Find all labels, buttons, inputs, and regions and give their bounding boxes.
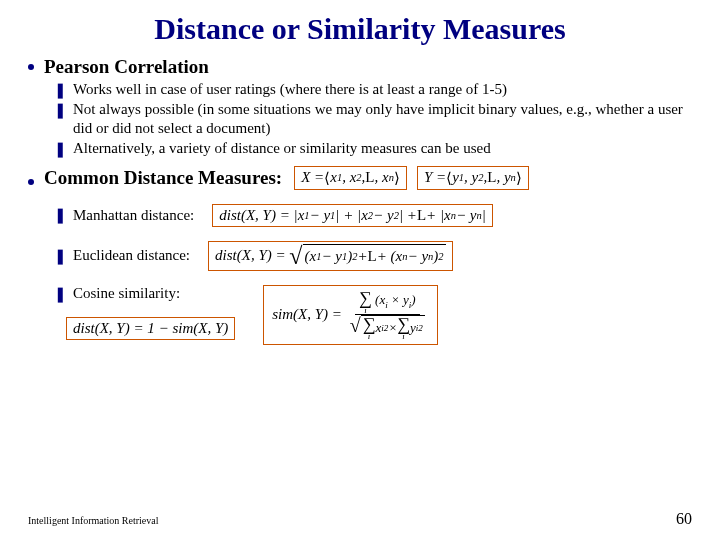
pearson-heading: Pearson Correlation [44,56,209,78]
vector-x-formula: X = ⟨x1, x2,L , xn⟩ [294,166,407,190]
common-measures-heading: Common Distance Measures: [44,167,282,189]
cosine-dist-formula: dist(X, Y) = 1 − sim(X, Y) [66,317,235,340]
footer-source: Intelligent Information Retrieval [28,515,159,526]
page-number: 60 [676,510,692,528]
point-text: Works well in case of user ratings (wher… [73,80,507,99]
arrow-icon: ❚ [54,206,67,224]
arrow-icon: ❚ [54,101,67,119]
list-item: ❚ Works well in case of user ratings (wh… [54,80,692,99]
euclidean-row: ❚ Euclidean distance: dist(X, Y) = √ (x1… [54,241,692,271]
point-text: Alternatively, a variety of distance or … [73,139,491,158]
list-item: ❚ Alternatively, a variety of distance o… [54,139,692,158]
slide-title: Distance or Similarity Measures [28,12,692,46]
cosine-row: ❚ Cosine similarity: dist(X, Y) = 1 − si… [54,285,692,346]
arrow-icon: ❚ [54,140,67,158]
arrow-icon: ❚ [54,81,67,99]
euclidean-label: Euclidean distance: [73,247,190,264]
arrow-icon: ❚ [54,247,67,265]
bullet-icon [28,179,34,185]
vector-y-formula: Y = ⟨y1, y2,L , yn⟩ [417,166,529,190]
bullet-icon [28,64,34,70]
manhattan-formula: dist(X, Y) = |x1 − y1| + |x2 − y2| + L +… [212,204,493,227]
cosine-sim-formula: sim(X, Y) = ∑i (xi × yi) √ ∑i xi2 × ∑i y… [263,285,438,346]
bullet-common-measures: Common Distance Measures: X = ⟨x1, x2,L … [28,166,692,190]
bullet-pearson: Pearson Correlation [28,56,692,78]
manhattan-label: Manhattan distance: [73,207,194,224]
manhattan-row: ❚ Manhattan distance: dist(X, Y) = |x1 −… [54,204,692,227]
list-item: ❚ Not always possible (in some situation… [54,100,692,138]
cosine-label: Cosine similarity: [73,285,180,302]
arrow-icon: ❚ [54,285,67,303]
pearson-points: ❚ Works well in case of user ratings (wh… [54,80,692,158]
euclidean-formula: dist(X, Y) = √ (x1 − y1)2 + L + (xn − yn… [208,241,453,271]
point-text: Not always possible (in some situations … [73,100,692,138]
